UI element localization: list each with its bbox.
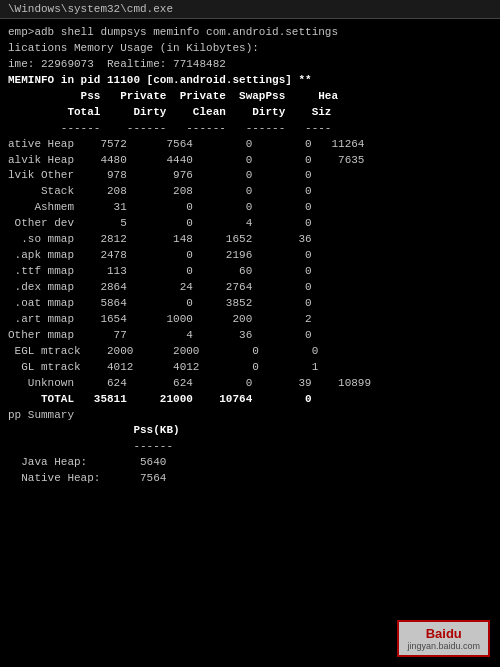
terminal-line: GL mtrack 4012 4012 0 1 (8, 360, 492, 376)
terminal-line: Pss Private Private SwapPss Hea (8, 89, 492, 105)
terminal-line: ------ (8, 439, 492, 455)
watermark-site: jingyan.baidu.com (407, 641, 480, 651)
terminal-line: .dex mmap 2864 24 2764 0 (8, 280, 492, 296)
terminal-line: MEMINFO in pid 11100 [com.android.settin… (8, 73, 492, 89)
terminal-line: emp>adb shell dumpsys meminfo com.androi… (8, 25, 492, 41)
terminal-line: Total Dirty Clean Dirty Siz (8, 105, 492, 121)
terminal-line: lvik Other 978 976 0 0 (8, 168, 492, 184)
terminal-line: lications Memory Usage (in Kilobytes): (8, 41, 492, 57)
terminal-line: .oat mmap 5864 0 3852 0 (8, 296, 492, 312)
terminal-line: Other mmap 77 4 36 0 (8, 328, 492, 344)
terminal-line: .ttf mmap 113 0 60 0 (8, 264, 492, 280)
terminal-line: Ashmem 31 0 0 0 (8, 200, 492, 216)
terminal-line: EGL mtrack 2000 2000 0 0 (8, 344, 492, 360)
terminal-line: TOTAL 35811 21000 10764 0 (8, 392, 492, 408)
terminal-line: ative Heap 7572 7564 0 0 11264 (8, 137, 492, 153)
terminal-line: Stack 208 208 0 0 (8, 184, 492, 200)
terminal-line: Other dev 5 0 4 0 (8, 216, 492, 232)
terminal-line: ------ ------ ------ ------ ---- (8, 121, 492, 137)
terminal-content: emp>adb shell dumpsys meminfo com.androi… (0, 19, 500, 664)
terminal-line: pp Summary (8, 408, 492, 424)
baidu-logo: Baidu (407, 626, 480, 641)
terminal-line: Native Heap: 7564 (8, 471, 492, 487)
terminal-line: Unknown 624 624 0 39 10899 (8, 376, 492, 392)
watermark: Baidu jingyan.baidu.com (397, 620, 490, 657)
watermark-box: Baidu jingyan.baidu.com (397, 620, 490, 657)
terminal-line: alvik Heap 4480 4440 0 0 7635 (8, 153, 492, 169)
terminal-line: .apk mmap 2478 0 2196 0 (8, 248, 492, 264)
terminal-line: .so mmap 2812 148 1652 36 (8, 232, 492, 248)
terminal-line: ime: 22969073 Realtime: 77148482 (8, 57, 492, 73)
title-text: \Windows\system32\cmd.exe (8, 3, 173, 15)
terminal-line: Pss(KB) (8, 423, 492, 439)
terminal-line: Java Heap: 5640 (8, 455, 492, 471)
window-container: \Windows\system32\cmd.exe emp>adb shell … (0, 0, 500, 667)
title-bar: \Windows\system32\cmd.exe (0, 0, 500, 19)
terminal-line: .art mmap 1654 1000 200 2 (8, 312, 492, 328)
